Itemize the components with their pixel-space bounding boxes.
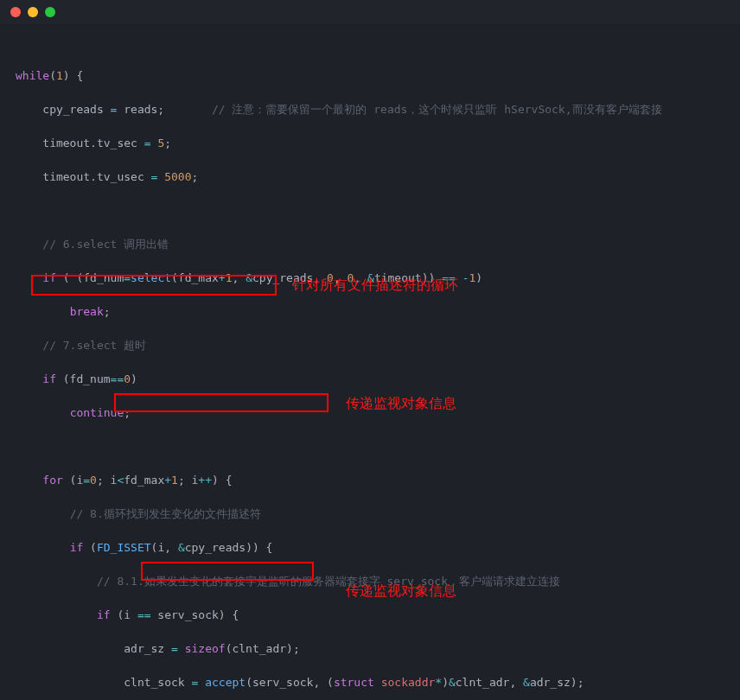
minimize-icon[interactable]: [28, 7, 38, 17]
code-line: timeout.tv_usec = 5000;: [16, 169, 740, 186]
code-line: break;: [16, 303, 740, 321]
code-line: // 8.循环找到发生变化的文件描述符: [16, 506, 740, 523]
annotation-label-2: 传递监视对象信息: [346, 393, 456, 414]
close-icon[interactable]: [10, 7, 21, 17]
code-line: for (i=0; i<fd_max+1; i++) {: [16, 472, 740, 489]
code-line: while(1) {: [16, 67, 740, 85]
window-titlebar: [0, 0, 740, 24]
code-line: // 6.select 调用出错: [16, 236, 740, 253]
code-line: [16, 438, 740, 455]
code-line: timeout.tv_sec = 5;: [16, 135, 740, 152]
code-editor[interactable]: while(1) { cpy_reads = reads; // 注意：需要保留…: [0, 24, 740, 700]
code-line: clnt_sock = accept(serv_sock, (struct so…: [16, 674, 740, 691]
annotation-label-1: 针对所有文件描述符的循环: [292, 275, 458, 296]
maximize-icon[interactable]: [45, 7, 55, 17]
code-line: [16, 202, 740, 220]
code-line: // 7.select 超时: [16, 337, 740, 354]
code-line: if (FD_ISSET(i, &cpy_reads)) {: [16, 539, 740, 557]
annotation-label-3: 传递监视对象信息: [346, 581, 456, 601]
code-line: cpy_reads = reads; // 注意：需要保留一个最初的 reads…: [16, 101, 740, 118]
code-line: if (i == serv_sock) {: [16, 607, 740, 624]
code-line: adr_sz = sizeof(clnt_adr);: [16, 640, 740, 658]
code-line: if (fd_num==0): [16, 371, 740, 388]
